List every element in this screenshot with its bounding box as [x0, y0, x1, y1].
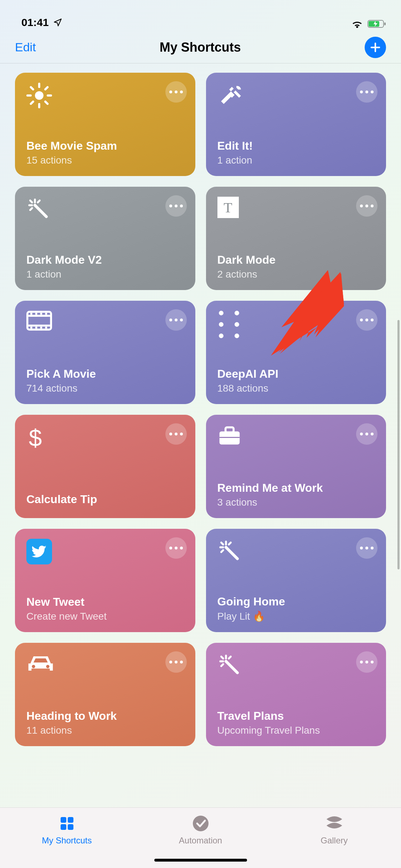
- svg-point-3: [35, 91, 43, 100]
- shortcut-subtitle: 1 action: [217, 155, 375, 166]
- svg-line-37: [221, 550, 223, 552]
- shortcut-card[interactable]: Pick A Movie 714 actions: [15, 301, 195, 404]
- gallery-icon: [325, 815, 344, 832]
- svg-rect-56: [68, 824, 73, 830]
- svg-line-38: [226, 547, 237, 559]
- shortcut-card[interactable]: New Tweet Create new Tweet: [15, 529, 195, 632]
- six-dots-icon: [217, 311, 375, 336]
- shortcut-card[interactable]: T Dark Mode 2 actions: [206, 187, 386, 290]
- svg-line-16: [30, 208, 32, 210]
- edit-button[interactable]: Edit: [15, 40, 36, 54]
- grid-icon: [58, 815, 76, 832]
- shortcut-title: DeepAI API: [217, 367, 375, 381]
- shortcut-card[interactable]: Going Home Play Lit 🔥: [206, 529, 386, 632]
- shortcut-title: New Tweet: [26, 595, 184, 609]
- wifi-icon: [351, 19, 363, 29]
- shortcut-subtitle: 15 actions: [26, 155, 184, 166]
- plus-icon: [369, 41, 381, 53]
- shortcut-title: Travel Plans: [217, 709, 375, 723]
- shortcut-card[interactable]: Remind Me at Work 3 actions: [206, 415, 386, 518]
- scroll-indicator: [397, 320, 400, 569]
- shortcut-more-button[interactable]: [356, 309, 377, 331]
- shortcut-card[interactable]: Heading to Work 11 actions: [15, 643, 195, 746]
- status-time: 01:41: [21, 16, 49, 29]
- shortcut-more-button[interactable]: [165, 81, 187, 103]
- svg-rect-31: [225, 427, 233, 432]
- shortcut-card[interactable]: $ Calculate Tip: [15, 415, 195, 518]
- shortcut-title: Remind Me at Work: [217, 481, 375, 495]
- svg-point-39: [32, 665, 35, 668]
- svg-line-45: [221, 664, 223, 666]
- shortcut-title: Going Home: [217, 595, 375, 608]
- svg-point-57: [193, 816, 209, 831]
- shortcut-more-button[interactable]: [356, 651, 377, 673]
- svg-rect-24: [45, 313, 47, 315]
- shortcut-card[interactable]: Edit It! 1 action: [206, 73, 386, 176]
- shortcut-subtitle: 11 actions: [26, 725, 184, 736]
- svg-line-8: [31, 87, 33, 89]
- svg-line-15: [38, 201, 40, 202]
- tab-gallery[interactable]: Gallery: [267, 808, 401, 868]
- svg-rect-25: [30, 327, 32, 329]
- svg-line-17: [35, 205, 46, 217]
- twitter-icon: [26, 539, 184, 564]
- shortcut-title: Calculate Tip: [26, 492, 184, 506]
- shortcut-subtitle: Create new Tweet: [26, 611, 184, 622]
- shortcut-subtitle: 3 actions: [217, 497, 375, 508]
- status-bar: 01:41: [0, 0, 401, 31]
- shortcut-subtitle: 188 actions: [217, 383, 375, 394]
- hammer-wrench-icon: [217, 83, 375, 108]
- shortcut-card[interactable]: Travel Plans Upcoming Travel Plans: [206, 643, 386, 746]
- shortcut-subtitle: Play Lit 🔥: [217, 610, 375, 622]
- shortcut-card[interactable]: Dark Mode V2 1 action: [15, 187, 195, 290]
- shortcut-title: Dark Mode: [217, 253, 375, 267]
- svg-rect-22: [35, 313, 37, 315]
- shortcut-more-button[interactable]: [356, 537, 377, 559]
- shortcut-title: Edit It!: [217, 139, 375, 153]
- shortcut-title: Bee Movie Spam: [26, 139, 184, 153]
- tab-my-shortcuts[interactable]: My Shortcuts: [0, 808, 134, 868]
- shortcut-more-button[interactable]: [356, 195, 377, 217]
- svg-rect-21: [30, 313, 32, 315]
- svg-line-9: [45, 102, 47, 104]
- shortcut-more-button[interactable]: [356, 81, 377, 103]
- svg-line-36: [229, 543, 231, 544]
- briefcase-icon: [217, 425, 375, 450]
- shortcut-card[interactable]: Bee Movie Spam 15 actions: [15, 73, 195, 176]
- shortcut-subtitle: 2 actions: [217, 269, 375, 280]
- svg-line-35: [221, 543, 223, 544]
- tab-label: Gallery: [320, 836, 348, 846]
- wand-icon: [26, 197, 184, 222]
- svg-text:$: $: [29, 425, 42, 450]
- shortcut-more-button[interactable]: [356, 423, 377, 445]
- wand-icon: [217, 653, 375, 678]
- shortcut-title: Heading to Work: [26, 709, 184, 723]
- automation-icon: [192, 815, 209, 832]
- svg-line-43: [221, 657, 223, 658]
- shortcuts-scroll[interactable]: Bee Movie Spam 15 actions Edit It! 1 act…: [0, 63, 401, 807]
- svg-rect-28: [45, 327, 47, 329]
- shortcut-subtitle: 714 actions: [26, 383, 184, 394]
- shortcut-card[interactable]: DeepAI API 188 actions: [206, 301, 386, 404]
- svg-rect-26: [35, 327, 37, 329]
- svg-line-11: [45, 87, 47, 89]
- shortcut-subtitle: 1 action: [26, 269, 184, 280]
- shortcut-more-button[interactable]: [165, 195, 187, 217]
- svg-line-10: [31, 102, 33, 104]
- nav-header: Edit My Shortcuts: [0, 31, 401, 63]
- wand-icon: [217, 539, 375, 564]
- film-icon: [26, 311, 184, 336]
- shortcut-more-button[interactable]: [165, 537, 187, 559]
- svg-point-40: [46, 665, 49, 668]
- add-shortcut-button[interactable]: [365, 37, 386, 58]
- home-indicator[interactable]: [154, 859, 247, 862]
- svg-line-46: [226, 661, 237, 673]
- shortcut-more-button[interactable]: [165, 651, 187, 673]
- tab-label: My Shortcuts: [42, 836, 92, 846]
- shortcut-subtitle: Upcoming Travel Plans: [217, 725, 375, 736]
- shortcut-more-button[interactable]: [165, 423, 187, 445]
- svg-rect-53: [61, 817, 66, 823]
- svg-rect-54: [68, 817, 73, 823]
- shortcut-more-button[interactable]: [165, 309, 187, 331]
- tab-label: Automation: [179, 836, 222, 846]
